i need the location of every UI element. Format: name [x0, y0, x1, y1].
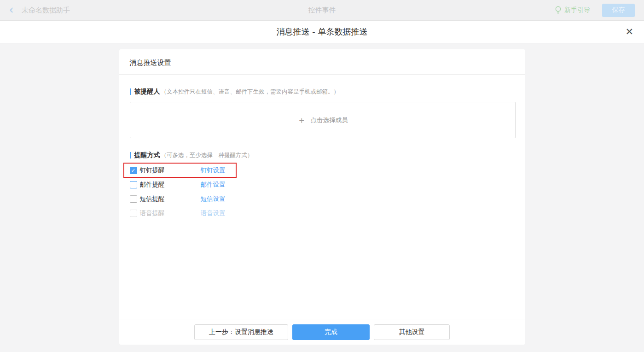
lightbulb-icon [555, 6, 562, 14]
done-button[interactable]: 完成 [292, 324, 370, 340]
app-title: 未命名数据助手 [22, 6, 70, 15]
dingtalk-option-label: 钉钉提醒 [140, 166, 201, 175]
email-checkbox[interactable] [130, 181, 137, 188]
topbar-center-title: 控件事件 [0, 6, 644, 15]
email-option-label: 邮件提醒 [140, 181, 201, 189]
recipients-section-title: 被提醒人 （文本控件只在短信、语音、邮件下生效，需要内容是手机或邮箱。） [130, 88, 515, 96]
save-button[interactable]: 保存 [602, 4, 635, 17]
card-title: 消息推送设置 [119, 49, 525, 75]
dingtalk-settings-link[interactable]: 钉钉设置 [201, 166, 226, 175]
beginner-guide-button[interactable]: 新手引导 [555, 6, 590, 14]
option-row-dingtalk: ✓ 钉钉提醒 钉钉设置 [130, 166, 243, 175]
option-row-sms: 短信提醒 短信设置 [130, 194, 243, 204]
select-members-label: 点击选择成员 [311, 116, 348, 124]
remind-options-list: ✓ 钉钉提醒 钉钉设置 邮件提醒 邮件设置 短信提醒 短信设置 [130, 166, 515, 218]
checkmark-icon: ✓ [131, 168, 135, 173]
recipients-hint: （文本控件只在短信、语音、邮件下生效，需要内容是手机或邮箱。） [161, 88, 340, 96]
voice-checkbox [130, 210, 137, 217]
section-marker-bar [130, 152, 131, 158]
option-row-voice: 语音提醒 语音设置 [130, 209, 243, 218]
other-settings-button[interactable]: 其他设置 [374, 324, 450, 340]
sms-option-label: 短信提醒 [140, 195, 201, 203]
modal-header: 消息推送 - 单条数据推送 ✕ [0, 21, 644, 43]
remind-method-section-title: 提醒方式 （可多选，至少选择一种提醒方式） [130, 151, 515, 159]
back-icon[interactable]: ‹ [9, 4, 13, 16]
sms-settings-link[interactable]: 短信设置 [201, 195, 226, 203]
section-marker-bar [130, 88, 131, 95]
modal-body: 消息推送设置 被提醒人 （文本控件只在短信、语音、邮件下生效，需要内容是手机或邮… [0, 43, 644, 352]
close-icon[interactable]: ✕ [625, 27, 633, 37]
voice-settings-link: 语音设置 [201, 209, 226, 217]
top-app-bar: ‹ 未命名数据助手 控件事件 新手引导 保存 [0, 0, 644, 21]
voice-option-label: 语音提醒 [140, 209, 201, 217]
option-row-email: 邮件提醒 邮件设置 [130, 180, 243, 189]
dingtalk-checkbox[interactable]: ✓ [130, 167, 137, 174]
beginner-guide-label: 新手引导 [564, 6, 590, 14]
sms-checkbox[interactable] [130, 195, 137, 203]
modal-title: 消息推送 - 单条数据推送 [277, 26, 368, 37]
previous-step-button[interactable]: 上一步：设置消息推送 [194, 324, 288, 340]
settings-card: 消息推送设置 被提醒人 （文本控件只在短信、语音、邮件下生效，需要内容是手机或邮… [119, 49, 525, 345]
message-push-modal: 消息推送 - 单条数据推送 ✕ 消息推送设置 被提醒人 （文本控件只在短信、语音… [0, 21, 644, 352]
remind-method-label: 提醒方式 [134, 151, 160, 159]
email-settings-link[interactable]: 邮件设置 [201, 181, 226, 189]
recipients-label: 被提醒人 [134, 88, 160, 96]
card-footer: 上一步：设置消息推送 完成 其他设置 [119, 319, 525, 345]
select-members-box[interactable]: ＋ 点击选择成员 [130, 102, 516, 138]
plus-icon: ＋ [297, 116, 306, 124]
card-content: 被提醒人 （文本控件只在短信、语音、邮件下生效，需要内容是手机或邮箱。） ＋ 点… [119, 75, 525, 319]
remind-method-hint: （可多选，至少选择一种提醒方式） [161, 152, 253, 159]
